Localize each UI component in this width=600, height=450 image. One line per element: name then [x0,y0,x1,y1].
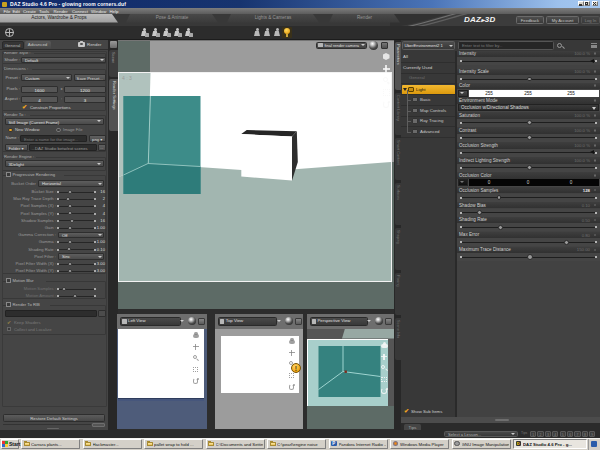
svg-text:4 : 3: 4 : 3 [122,75,132,81]
